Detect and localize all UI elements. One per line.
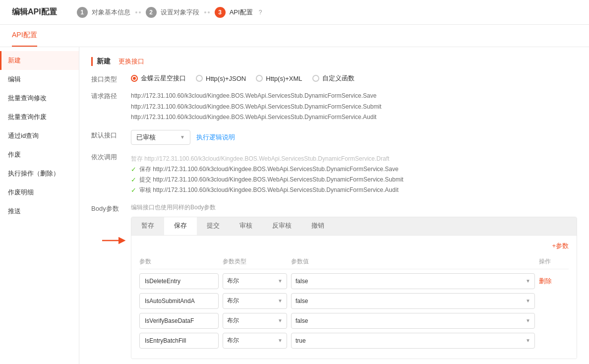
sidebar-item-obsolete-detail[interactable]: 作废明细 [0, 183, 79, 202]
sidebar-item-batch-modify[interactable]: 批量查询修改 [0, 89, 79, 108]
radio-circle-http-xml [256, 75, 263, 82]
invoke-item-1: ✓ 保存 http://172.31.100.60/k3cloud/Kingde… [131, 165, 577, 174]
radio-label-http-xml: Http(s)+XML [266, 75, 302, 82]
logic-link[interactable]: 执行逻辑说明 [196, 133, 235, 142]
sidebar: 新建 编辑 批量查询修改 批量查询作废 通过id查询 作废 执行操作（删除） 作… [0, 47, 79, 364]
default-interface-select[interactable]: 已审核 ▼ [131, 130, 190, 145]
step-1-label: 对象基本信息 [92, 8, 130, 17]
default-interface-selected: 已审核 [136, 133, 156, 142]
value-arrow-0: ▼ [526, 278, 530, 284]
page-title: 编辑API配置 [12, 7, 57, 17]
sidebar-item-exec-delete[interactable]: 执行操作（删除） [0, 164, 79, 183]
type-arrow-2: ▼ [278, 318, 283, 323]
step-1: 1 对象基本信息 [77, 7, 130, 18]
tab-nav-submit[interactable]: 提交 [197, 217, 230, 235]
tab-nav-unaudit[interactable]: 反审核 [262, 217, 301, 235]
type-arrow-1: ▼ [278, 298, 283, 303]
step-3-help: ? [259, 9, 262, 16]
table-row: 布尔 ▼ false ▼ [139, 293, 569, 309]
tab-nav-save[interactable]: 保存 [164, 217, 197, 235]
type-label-3: 布尔 [227, 336, 239, 345]
param-type-select-1[interactable]: 布尔 ▼ [223, 293, 287, 309]
type-label-0: 布尔 [227, 277, 239, 285]
header-value: 参数值 [291, 257, 535, 266]
request-path-3: http://172.31.100.60/k3cloud/Kingdee.BOS… [131, 112, 577, 123]
radio-http-xml[interactable]: Http(s)+XML [256, 75, 302, 82]
invoke-item-0: 暂存 http://172.31.100.60/k3cloud/Kingdee.… [131, 155, 577, 163]
value-arrow-1: ▼ [526, 298, 530, 303]
radio-label-http-json: Http(s)+JSON [206, 75, 246, 82]
interface-type-label: 接口类型 [91, 74, 131, 84]
table-row: 布尔 ▼ false ▼ 删除 [139, 273, 569, 289]
tab-nav-audit[interactable]: 审核 [230, 217, 262, 235]
param-name-input-1[interactable] [139, 293, 219, 309]
sidebar-item-query-id[interactable]: 通过id查询 [0, 126, 79, 145]
request-path-label: 请求路径 [91, 91, 131, 101]
chevron-down-icon: ▼ [180, 134, 185, 140]
radio-kingdee[interactable]: 金蝶云星空接口 [131, 74, 186, 83]
body-params-area: 编辑接口也使用同样的Body参数 暂存 [131, 203, 577, 359]
invoke-item-0-text: 暂存 http://172.31.100.60/k3cloud/Kingdee.… [131, 155, 389, 163]
delete-btn-0[interactable]: 删除 [539, 277, 569, 286]
param-name-input-2[interactable] [139, 313, 219, 329]
section-header: 新建 更换接口 [91, 57, 577, 66]
tab-nav-cancel[interactable]: 撤销 [301, 217, 334, 235]
section-title: 新建 [91, 57, 111, 66]
invoke-list: 暂存 http://172.31.100.60/k3cloud/Kingdee.… [131, 155, 577, 196]
tabs-nav: 暂存 保存 提交 审核 反审核 撤销 [131, 217, 577, 236]
radio-http-json[interactable]: Http(s)+JSON [196, 75, 246, 82]
value-label-3: true [295, 337, 306, 344]
radio-label-kingdee: 金蝶云星空接口 [141, 74, 186, 83]
step-3-label: API配置 [230, 8, 253, 17]
step-3-num: 3 [215, 7, 226, 18]
main-layout: 新建 编辑 批量查询修改 批量查询作废 通过id查询 作废 执行操作（删除） 作… [0, 47, 589, 364]
change-interface-link[interactable]: 更换接口 [118, 57, 144, 66]
param-value-select-0[interactable]: false ▼ [291, 273, 535, 289]
invoke-item-2-text: 提交 http://172.31.100.60/k3cloud/Kingdee.… [139, 176, 404, 184]
check-icon-3: ✓ [131, 186, 136, 194]
interface-type-row: 接口类型 金蝶云星空接口 Http(s)+JSON Http(s)+XML 自定… [91, 74, 577, 84]
table-row: 布尔 ▼ false ▼ [139, 313, 569, 329]
check-icon-1: ✓ [131, 166, 136, 173]
value-label-0: false [295, 278, 308, 285]
sidebar-item-create[interactable]: 新建 [0, 51, 79, 70]
body-params-row: Body参数 编辑接口也使用同样的Body参数 [91, 203, 577, 359]
param-value-select-3[interactable]: true ▼ [291, 333, 535, 349]
body-params-hint: 编辑接口也使用同样的Body参数 [131, 203, 577, 212]
top-tab-bar: API配置 [0, 25, 589, 47]
sidebar-item-edit[interactable]: 编辑 [0, 70, 79, 89]
param-name-input-3[interactable] [139, 333, 219, 349]
invoke-label: 依次调用 [91, 152, 131, 162]
value-arrow-2: ▼ [526, 318, 530, 323]
invoke-item-2: ✓ 提交 http://172.31.100.60/k3cloud/Kingde… [131, 176, 577, 184]
sidebar-item-push[interactable]: 推送 [0, 202, 79, 221]
invoke-item-3: ✓ 审核 http://172.31.100.60/k3cloud/Kingde… [131, 186, 577, 194]
sidebar-item-obsolete[interactable]: 作废 [0, 145, 79, 164]
sidebar-item-batch-obsolete[interactable]: 批量查询作废 [0, 108, 79, 126]
header-type: 参数类型 [223, 257, 287, 266]
add-param-btn[interactable]: +参数 [139, 242, 569, 250]
param-type-select-2[interactable]: 布尔 ▼ [223, 313, 287, 329]
steps-bar: 1 对象基本信息 2 设置对象字段 3 API配置 ? [77, 7, 262, 18]
param-value-select-1[interactable]: false ▼ [291, 293, 535, 309]
page-header: 编辑API配置 1 对象基本信息 2 设置对象字段 3 API配置 ? [0, 0, 589, 25]
type-arrow-3: ▼ [278, 338, 283, 343]
tab-api-config[interactable]: API配置 [12, 25, 37, 47]
param-type-select-3[interactable]: 布尔 ▼ [223, 333, 287, 349]
radio-circle-custom-fn [312, 75, 319, 82]
value-label-2: false [295, 317, 308, 324]
radio-custom-fn[interactable]: 自定义函数 [312, 74, 354, 83]
param-type-select-0[interactable]: 布尔 ▼ [223, 273, 287, 289]
default-interface-label: 默认接口 [91, 130, 131, 140]
invoke-item-3-text: 审核 http://172.31.100.60/k3cloud/Kingdee.… [139, 186, 399, 194]
type-arrow-0: ▼ [278, 278, 283, 284]
invoke-item-1-text: 保存 http://172.31.100.60/k3cloud/Kingdee.… [139, 165, 399, 174]
param-value-select-2[interactable]: false ▼ [291, 313, 535, 329]
default-interface-row: 默认接口 已审核 ▼ 执行逻辑说明 [91, 130, 577, 145]
param-name-input-0[interactable] [139, 273, 219, 289]
request-paths: http://172.31.100.60/k3cloud/Kingdee.BOS… [131, 91, 577, 123]
step-1-num: 1 [77, 7, 88, 18]
tab-nav-save-draft[interactable]: 暂存 [131, 217, 164, 235]
value-arrow-3: ▼ [526, 338, 530, 343]
check-icon-2: ✓ [131, 176, 136, 183]
